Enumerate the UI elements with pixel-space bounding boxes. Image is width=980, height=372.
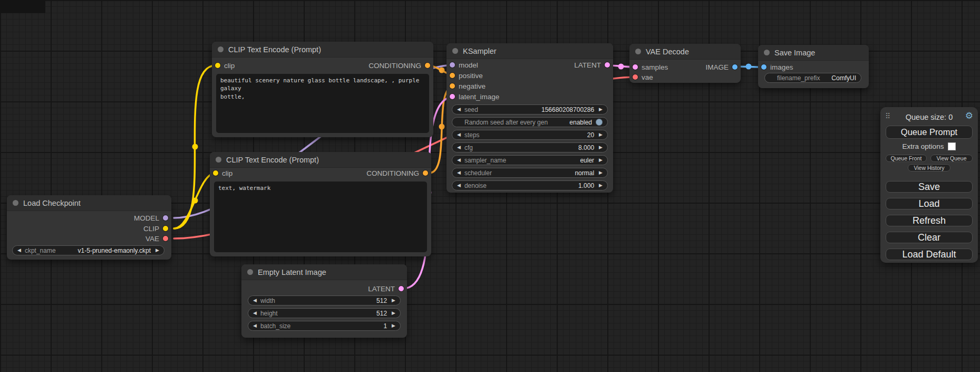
refresh-button[interactable]: Refresh <box>886 215 973 226</box>
widget-label: seed <box>464 106 478 113</box>
widget-label: sampler_name <box>464 157 506 164</box>
slot-dot-clip-input[interactable] <box>213 170 218 176</box>
increment-arrow-icon[interactable]: ▶ <box>392 298 395 303</box>
slot-dot-clip-input[interactable] <box>215 63 220 68</box>
decrement-arrow-icon[interactable]: ◀ <box>457 132 461 137</box>
decrement-arrow-icon[interactable]: ◀ <box>17 248 21 253</box>
node-ksampler: KSampler model LATENT positive negative … <box>447 43 613 193</box>
collapse-dot-icon[interactable] <box>247 269 253 275</box>
widget-label: cfg <box>464 144 473 151</box>
widget-label: width <box>260 297 275 304</box>
slot-row-images: images <box>758 62 869 72</box>
collapse-dot-icon[interactable] <box>218 46 224 52</box>
load-button[interactable]: Load <box>886 198 973 209</box>
ckpt-name-widget[interactable]: ◀ ckpt_name v1-5-pruned-emaonly.ckpt ▶ <box>12 245 164 255</box>
prompt-textarea[interactable]: beautiful scenery nature glass bottle la… <box>216 74 429 133</box>
slot-dot-images-input[interactable] <box>761 64 766 70</box>
node-title-bar[interactable]: CLIP Text Encode (Prompt) <box>210 152 431 168</box>
node-title-bar[interactable]: Save Image <box>758 45 869 61</box>
output-row-vae: VAE <box>7 233 171 244</box>
denoise-widget[interactable]: ◀ denoise 1.000 ▶ <box>452 180 608 190</box>
node-title-bar[interactable]: CLIP Text Encode (Prompt) <box>212 42 433 58</box>
increment-arrow-icon[interactable]: ▶ <box>599 145 603 150</box>
view-queue-button[interactable]: View Queue <box>930 155 973 162</box>
increment-arrow-icon[interactable]: ▶ <box>599 170 603 175</box>
slot-dot-model-input[interactable] <box>450 62 455 68</box>
slot-row-negative: negative <box>447 81 613 91</box>
slot-dot-conditioning-output[interactable] <box>423 170 428 176</box>
node-title-bar[interactable]: Empty Latent Image <box>241 264 407 280</box>
view-history-button[interactable]: View History <box>908 164 950 171</box>
queue-front-button[interactable]: Queue Front <box>886 155 927 162</box>
decrement-arrow-icon[interactable]: ◀ <box>457 183 461 188</box>
increment-arrow-icon[interactable]: ▶ <box>599 132 603 137</box>
output-label: LATENT <box>368 285 395 293</box>
settings-gear-icon[interactable]: ⚙ <box>965 111 973 120</box>
width-widget[interactable]: ◀ width 512 ▶ <box>248 295 401 306</box>
increment-arrow-icon[interactable]: ▶ <box>599 107 603 112</box>
decrement-arrow-icon[interactable]: ◀ <box>457 158 461 163</box>
extra-options-checkbox[interactable] <box>948 142 956 150</box>
slot-dot-model-output[interactable] <box>163 215 168 221</box>
slot-dot-conditioning-output[interactable] <box>425 63 430 68</box>
node-title-bar[interactable]: VAE Decode <box>629 44 741 60</box>
slot-dot-negative-input[interactable] <box>450 83 455 89</box>
decrement-arrow-icon[interactable]: ◀ <box>457 145 461 150</box>
collapse-dot-icon[interactable] <box>764 50 770 55</box>
slot-dot-samples-input[interactable] <box>633 64 638 70</box>
steps-widget[interactable]: ◀ steps 20 ▶ <box>452 130 608 140</box>
output-row-clip: CLIP <box>7 223 171 234</box>
wire-midpoint-dot <box>439 124 445 130</box>
slot-dot-vae-output[interactable] <box>163 236 168 241</box>
node-title: CLIP Text Encode (Prompt) <box>228 45 321 54</box>
slot-dot-clip-output[interactable] <box>163 226 168 231</box>
decrement-arrow-icon[interactable]: ◀ <box>253 298 257 303</box>
increment-arrow-icon[interactable]: ▶ <box>599 183 603 188</box>
output-label: LATENT <box>574 61 601 69</box>
seed-widget[interactable]: ◀ seed 156680208700286 ▶ <box>452 104 608 115</box>
load-default-button[interactable]: Load Default <box>886 249 973 260</box>
increment-arrow-icon[interactable]: ▶ <box>392 323 395 328</box>
output-label: IMAGE <box>705 63 729 71</box>
collapse-dot-icon[interactable] <box>635 49 641 54</box>
slot-dot-latent-image-input[interactable] <box>450 94 455 99</box>
slot-dot-positive-input[interactable] <box>450 73 455 78</box>
slot-dot-image-output[interactable] <box>732 64 738 70</box>
queue-prompt-button[interactable]: Queue Prompt <box>886 126 973 139</box>
decrement-arrow-icon[interactable]: ◀ <box>253 311 257 316</box>
sampler-name-widget[interactable]: ◀ sampler_name euler ▶ <box>452 155 608 165</box>
decrement-arrow-icon[interactable]: ◀ <box>253 323 257 328</box>
toggle-circle-icon[interactable] <box>596 119 603 126</box>
collapse-dot-icon[interactable] <box>13 200 18 206</box>
node-title-bar[interactable]: KSampler <box>447 43 613 59</box>
slot-dot-latent-output[interactable] <box>605 62 610 68</box>
slot-dot-vae-input[interactable] <box>633 74 638 80</box>
node-title-bar[interactable]: Load Checkpoint <box>7 195 171 211</box>
node-title: Load Checkpoint <box>23 199 81 207</box>
save-button[interactable]: Save <box>886 181 973 193</box>
height-widget[interactable]: ◀ height 512 ▶ <box>248 308 401 318</box>
collapse-dot-icon[interactable] <box>216 157 221 163</box>
random-seed-widget[interactable]: Random seed after every gen enabled <box>452 117 608 127</box>
slot-dot-latent-output[interactable] <box>399 286 404 291</box>
prompt-textarea[interactable]: text, watermark <box>214 182 427 252</box>
node-title: KSampler <box>463 47 497 55</box>
drag-handle-icon[interactable]: ⠿ <box>885 112 889 120</box>
wire-midpoint-dot <box>746 64 752 70</box>
collapse-dot-icon[interactable] <box>452 48 458 54</box>
batch-size-widget[interactable]: ◀ batch_size 1 ▶ <box>248 321 401 331</box>
scheduler-widget[interactable]: ◀ scheduler normal ▶ <box>452 168 608 178</box>
decrement-arrow-icon[interactable]: ◀ <box>457 107 461 112</box>
widget-value: 156680208700286 <box>541 106 594 113</box>
increment-arrow-icon[interactable]: ▶ <box>156 248 159 253</box>
decrement-arrow-icon[interactable]: ◀ <box>457 170 461 175</box>
cfg-widget[interactable]: ◀ cfg 8.000 ▶ <box>452 142 608 152</box>
widget-label: Random seed after every gen <box>464 119 548 126</box>
increment-arrow-icon[interactable]: ▶ <box>599 158 603 163</box>
filename-prefix-widget[interactable]: filename_prefix ComfyUI <box>764 73 861 83</box>
widget-value: 512 <box>376 310 387 317</box>
slot-row-model: model LATENT <box>447 60 613 70</box>
increment-arrow-icon[interactable]: ▶ <box>392 311 395 316</box>
clear-button[interactable]: Clear <box>886 232 973 243</box>
queue-size-label: Queue size: 0 <box>880 113 978 121</box>
